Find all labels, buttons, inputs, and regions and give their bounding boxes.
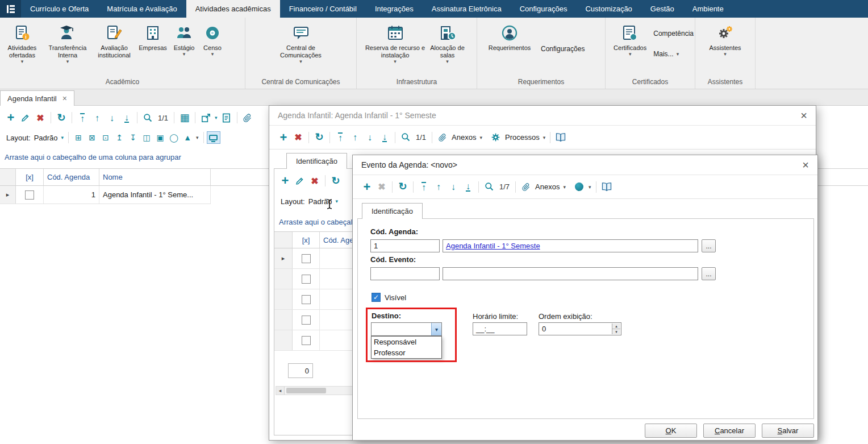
report-button[interactable] (219, 110, 234, 125)
table-row[interactable]: ▸ 1 Agenda Infantil - 1° Seme... (0, 186, 211, 204)
pin-icon[interactable]: ▣ (153, 131, 167, 144)
split-view-icon[interactable]: ◫ (140, 131, 153, 144)
menu-financeiro-contabil[interactable]: Financeiro / Contábil (280, 0, 366, 18)
export-button[interactable] (198, 110, 213, 125)
refresh-button[interactable]: ↻ (395, 180, 410, 194)
censo-button[interactable]: Censo ▾ (199, 20, 226, 58)
column-chooser-button[interactable]: ▦ (177, 110, 192, 125)
help-book-icon[interactable] (553, 130, 568, 145)
menu-assinatura-eletronica[interactable]: Assinatura Eletrônica (423, 0, 511, 18)
menu-integracoes[interactable]: Integrações (366, 0, 423, 18)
search-icon[interactable] (140, 110, 155, 125)
previous-record-button[interactable]: ↑ (431, 180, 446, 194)
horario-limite-input[interactable]: __:__ (473, 322, 527, 335)
central-comunicacoes-button[interactable]: Central de Comunicações ▾ (267, 20, 335, 65)
chevron-down-icon[interactable]: ▾ (543, 135, 546, 140)
anexos-button[interactable]: Anexos (452, 133, 476, 142)
chevron-down-icon[interactable]: ▾ (215, 115, 218, 121)
first-record-button[interactable]: ↑ (75, 110, 90, 125)
option-responsavel[interactable]: Responsável (372, 337, 441, 347)
attachments-button[interactable] (240, 110, 255, 125)
add-button[interactable]: + (360, 180, 374, 194)
add-button[interactable]: + (276, 130, 291, 145)
estagio-button[interactable]: Estágio ▾ (169, 20, 199, 58)
row-checkbox[interactable] (302, 254, 311, 263)
help-book-icon[interactable] (599, 180, 614, 194)
delete-button[interactable]: ✖ (291, 130, 306, 145)
combo-arrow-icon[interactable]: ▾ (431, 323, 441, 335)
menu-matricula-e-avaliacao[interactable]: Matrícula e Avaliação (98, 0, 186, 18)
edit-button[interactable] (18, 110, 33, 125)
destino-select[interactable]: ▾ (371, 322, 442, 336)
first-record-button[interactable]: ↑ (333, 130, 348, 145)
next-record-button[interactable]: ↓ (362, 130, 377, 145)
grid-header-nome[interactable]: Nome (99, 169, 211, 185)
paperclip-icon[interactable] (435, 130, 450, 145)
last-record-button[interactable]: ↓ (119, 110, 134, 125)
transferencia-interna-button[interactable]: Transferência Interna ▾ (43, 20, 92, 65)
processos-button[interactable]: Processos (505, 133, 540, 142)
visivel-checkbox[interactable]: ✓ (372, 293, 381, 302)
row-checkbox[interactable] (302, 316, 311, 325)
gear-icon[interactable] (489, 130, 503, 145)
chevron-down-icon[interactable]: ▾ (196, 135, 199, 140)
stepper-up-icon[interactable]: ▴ (612, 323, 620, 329)
reserva-recurso-button[interactable]: Reserva de recurso e instalação ▾ (365, 20, 426, 65)
tab-identificacao[interactable]: Identificação (286, 153, 347, 169)
grid-header-marker[interactable]: [x] (16, 169, 44, 185)
refresh-button[interactable]: ↻ (328, 173, 343, 188)
menu-gestao[interactable]: Gestão (641, 0, 683, 18)
tab-agenda-infantil[interactable]: Agenda Infantil × (0, 90, 74, 106)
grid-header-cod-agenda[interactable]: Cód. Agenda (44, 169, 99, 185)
certificados-button[interactable]: Certificados ▾ (609, 20, 651, 58)
competencia-button[interactable]: Competência (653, 30, 694, 38)
ok-button[interactable]: OK (645, 424, 697, 438)
next-record-button[interactable]: ↓ (446, 180, 461, 194)
atividades-ofertadas-button[interactable]: i Atividades ofertadas ▾ (1, 20, 43, 65)
panel-dock-icon[interactable]: ⊡ (99, 131, 112, 144)
requerimentos-button[interactable]: Requerimentos (483, 20, 536, 53)
ellipse-icon[interactable]: ◯ (167, 131, 181, 144)
edit-button[interactable] (293, 173, 307, 188)
row-checkbox[interactable] (302, 275, 311, 284)
anexos-button[interactable]: Anexos (535, 182, 560, 191)
search-icon[interactable] (398, 130, 413, 145)
delete-button[interactable]: ✖ (33, 110, 48, 125)
previous-record-button[interactable]: ↑ (348, 130, 362, 145)
chevron-down-icon[interactable]: ▾ (336, 198, 339, 204)
menu-configuracoes[interactable]: Configurações (511, 0, 577, 18)
agenda-link[interactable]: Agenda Infantil - 1° Semeste (446, 242, 540, 250)
tab-identificacao[interactable]: Identificação (362, 203, 423, 219)
configuracoes-requerimentos-button[interactable]: Configurações (541, 45, 585, 53)
delete-button[interactable]: ✖ (307, 173, 322, 188)
dock-top-icon[interactable]: ↥ (112, 131, 126, 144)
refresh-button[interactable]: ↻ (54, 110, 69, 125)
cod-agenda-input[interactable]: 1 (370, 239, 440, 252)
cod-agenda-lookup-button[interactable]: ... (702, 239, 716, 252)
assistentes-button[interactable]: Assistentes ▾ (700, 20, 751, 58)
close-tab-icon[interactable]: × (62, 94, 67, 103)
last-record-button[interactable]: ↓ (461, 180, 475, 194)
chevron-down-icon[interactable]: ▾ (479, 135, 482, 140)
refresh-button[interactable]: ↻ (312, 130, 327, 145)
avaliacao-institucional-button[interactable]: Avaliação institucional (92, 20, 136, 60)
monitor-icon[interactable] (207, 131, 220, 144)
row-checkbox[interactable] (25, 190, 34, 200)
cod-agenda-desc-field[interactable]: Agenda Infantil - 1° Semeste (443, 239, 698, 252)
panel-close-icon[interactable]: ⊠ (85, 131, 99, 144)
alocacao-salas-button[interactable]: Alocação de salas ▾ (426, 20, 469, 65)
report-circle-icon[interactable] (572, 180, 587, 194)
scrollbar-thumb[interactable] (286, 388, 326, 393)
delete-button-disabled[interactable]: ✖ (374, 180, 389, 194)
scroll-left-icon[interactable]: ◂ (276, 387, 285, 395)
empresas-button[interactable]: Empresas (136, 20, 169, 53)
chart-icon[interactable]: ▲ (181, 131, 194, 144)
chevron-down-icon[interactable]: ▾ (563, 184, 566, 190)
menu-customizacao[interactable]: Customização (576, 0, 641, 18)
previous-record-button[interactable]: ↑ (90, 110, 105, 125)
panel-add-icon[interactable]: ⊞ (72, 131, 85, 144)
cod-evento-desc-field[interactable] (443, 267, 698, 280)
chevron-down-icon[interactable]: ▾ (589, 184, 591, 190)
close-icon[interactable]: × (802, 160, 809, 170)
first-record-button[interactable]: ↑ (416, 180, 431, 194)
